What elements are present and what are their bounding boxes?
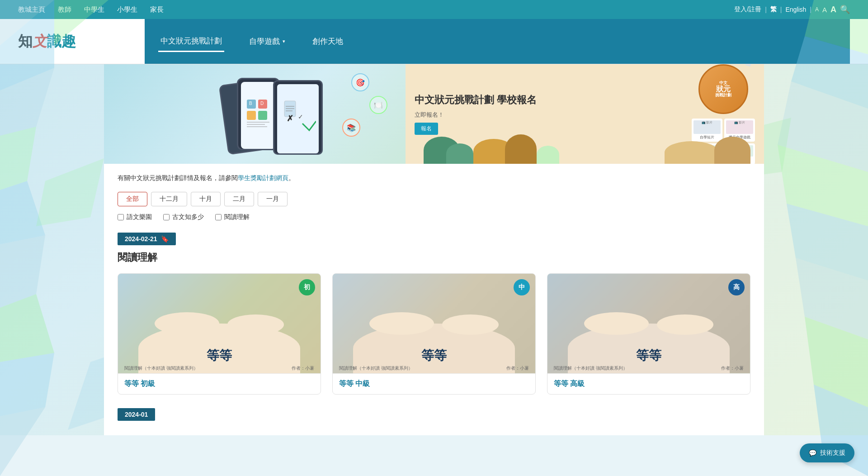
- svg-marker-15: [796, 258, 868, 339]
- svg-marker-6: [0, 235, 45, 308]
- info-text-before: 有關中文狀元挑戰計劃詳情及報名，請參閱: [118, 174, 238, 181]
- lang-en-link[interactable]: English: [785, 6, 806, 13]
- card-meta-senior: 閱讀理解（十本好讀 強閱讀素系列） 作者：小薯: [554, 365, 744, 371]
- site-logo[interactable]: 知文識趣: [18, 32, 76, 52]
- filter-tab-october[interactable]: 十月: [191, 192, 221, 206]
- card-name-junior: 等等 初級: [124, 379, 314, 389]
- card-meta-junior: 閱讀理解（十本好讀 強閱讀素系列） 作者：小薯: [124, 365, 314, 371]
- svg-rect-24: [247, 111, 256, 120]
- card-name-senior: 等等 高級: [554, 379, 744, 389]
- filter-tab-february[interactable]: 二月: [224, 192, 254, 206]
- search-icon[interactable]: 🔍: [840, 5, 850, 14]
- card-middle[interactable]: 中 等等 閱讀理解（十本好讀 強閱讀素系列） 作者：小薯 等等 中級: [332, 273, 536, 395]
- checkbox-reading-comprehension-input[interactable]: [215, 214, 222, 220]
- deco-icon-3: 📚: [342, 119, 360, 137]
- filter-tabs-row: 全部 十二月 十月 二月 一月: [118, 192, 750, 206]
- card-senior[interactable]: 高 等等 閱讀理解（十本好讀 強閱讀素系列） 作者：小薯 等等 高級: [547, 273, 750, 395]
- card-image-middle: 中 等等 閱讀理解（十本好讀 強閱讀素系列） 作者：小薯: [333, 274, 535, 373]
- logo-char-1: 知: [18, 33, 33, 49]
- checkbox-language-garden[interactable]: 語文樂園: [118, 213, 152, 221]
- nav-secondary[interactable]: 中學生: [84, 5, 104, 14]
- checkbox-reading-comprehension-label: 閱讀理解: [224, 213, 250, 221]
- card-series-senior: 閱讀理解（十本好讀 強閱讀素系列）: [554, 365, 627, 371]
- incentive-plan-link[interactable]: 學生獎勵計劃網頁: [238, 174, 288, 181]
- info-text-after: 。: [288, 174, 295, 181]
- card-footer-junior: 等等 初級: [118, 373, 321, 394]
- date-text: 2024-02-21: [125, 235, 157, 243]
- phone-screen: B D: [241, 82, 276, 149]
- card-author-senior: 作者：小薯: [721, 365, 744, 371]
- svg-rect-25: [258, 111, 267, 120]
- filter-tab-december[interactable]: 十二月: [151, 192, 187, 206]
- mountain-6: [714, 137, 750, 164]
- svg-marker-16: [805, 317, 868, 407]
- hero-title: 中文狀元挑戰計劃 學校報名: [415, 93, 683, 107]
- card-series-middle: 閱讀理解（十本好讀 強閱讀素系列）: [339, 365, 413, 371]
- checkbox-language-garden-input[interactable]: [118, 214, 124, 220]
- card-image-junior: 初 等等 閱讀理解（十本好讀 強閱讀素系列） 作者：小薯: [118, 274, 321, 373]
- svg-marker-12: [778, 81, 868, 172]
- hero-announcement: 中文狀元挑戰計劃 學校報名 立即報名！ 報名 中文 狀元 挑戰計劃 🕊️: [406, 64, 764, 164]
- checkbox-classical-lit[interactable]: 古文知多少: [163, 213, 204, 221]
- nav-home[interactable]: 教城主頁: [18, 5, 45, 14]
- font-size-medium[interactable]: A: [822, 6, 827, 14]
- logo-char-2: 文: [33, 33, 47, 49]
- info-paragraph: 有關中文狀元挑戰計劃詳情及報名，請參閱學生獎勵計劃網頁。: [118, 173, 750, 183]
- menu-games[interactable]: 自學遊戲 ▾: [247, 32, 288, 51]
- svg-marker-17: [814, 385, 868, 435]
- font-size-large[interactable]: A: [830, 5, 836, 14]
- champion-badge: 中文 狀元 挑戰計劃 🕊️: [698, 64, 748, 114]
- card-series-junior: 閱讀理解（十本好讀 強閱讀素系列）: [124, 365, 198, 371]
- dropdown-arrow-games: ▾: [283, 38, 285, 44]
- card-title-junior: 等等: [118, 347, 321, 364]
- svg-marker-8: [0, 353, 54, 416]
- lang-tc-link[interactable]: 繁: [770, 5, 777, 14]
- badge-text-top: 中文: [719, 81, 727, 86]
- filter-tab-january[interactable]: 一月: [258, 192, 288, 206]
- card-author-junior: 作者：小薯: [292, 365, 314, 371]
- svg-text:B: B: [249, 101, 252, 106]
- hero-banner: B D: [104, 64, 764, 164]
- svg-marker-5: [0, 181, 45, 244]
- second-navigation: 知文識趣 中文狀元挑戰計劃 自學遊戲 ▾ 創作天地: [0, 19, 868, 64]
- card-junior[interactable]: 初 等等 閱讀理解（十本好讀 強閱讀素系列） 作者：小薯 等等 初級: [118, 273, 321, 395]
- badge-text-main: 狀元: [716, 86, 731, 93]
- filter-tab-all[interactable]: 全部: [118, 192, 147, 206]
- svg-marker-20: [36, 158, 104, 226]
- date-section-badge-2: 2024-01: [118, 408, 155, 421]
- date-text-2: 2024-01: [125, 411, 148, 418]
- menu-creation[interactable]: 創作天地: [310, 32, 345, 51]
- main-menu: 中文狀元挑戰計劃 自學遊戲 ▾ 創作天地: [145, 19, 850, 64]
- hero-text: 中文狀元挑戰計劃 學校報名 立即報名！ 報名: [415, 93, 683, 135]
- logo-area: 知文識趣: [18, 32, 108, 52]
- separator-2: |: [780, 6, 782, 13]
- checkbox-classical-lit-input[interactable]: [163, 214, 170, 220]
- checkbox-classical-lit-label: 古文知多少: [172, 213, 204, 221]
- checkbox-reading-comprehension[interactable]: 閱讀理解: [215, 213, 250, 221]
- bush-1: [537, 146, 559, 164]
- svg-marker-9: [0, 407, 45, 435]
- nav-parents[interactable]: 家長: [150, 5, 164, 14]
- logo-char-3: 識趣: [47, 33, 76, 49]
- date-section-badge: 2024-02-21 🔖: [118, 233, 176, 245]
- mountain-5: [665, 141, 719, 164]
- card-footer-senior: 等等 高級: [547, 373, 750, 394]
- menu-challenge[interactable]: 中文狀元挑戰計劃: [158, 31, 224, 52]
- nav-teacher[interactable]: 教師: [58, 5, 71, 14]
- font-size-small[interactable]: A: [815, 6, 819, 13]
- mountain-4: [505, 134, 537, 164]
- checkbox-filters: 語文樂園 古文知多少 閱讀理解: [118, 213, 750, 221]
- hero-illustration: B D: [104, 64, 406, 164]
- svg-text:✓: ✓: [298, 113, 303, 120]
- bird-decoration: 🕊️: [743, 64, 753, 67]
- deco-icon-1: 🎯: [351, 73, 369, 91]
- card-image-senior: 高 等等 閱讀理解（十本好讀 強閱讀素系列） 作者：小薯: [547, 274, 750, 373]
- svg-marker-14: [787, 204, 868, 281]
- svg-marker-7: [0, 294, 54, 362]
- badge-text-bottom: 挑戰計劃: [715, 93, 731, 98]
- checkbox-language-garden-label: 語文樂園: [127, 213, 152, 221]
- card-author-middle: 作者：小薯: [506, 365, 529, 371]
- svg-text:D: D: [260, 101, 264, 106]
- nav-primary[interactable]: 小學生: [117, 5, 137, 14]
- login-register-link[interactable]: 登入/註冊: [734, 5, 761, 14]
